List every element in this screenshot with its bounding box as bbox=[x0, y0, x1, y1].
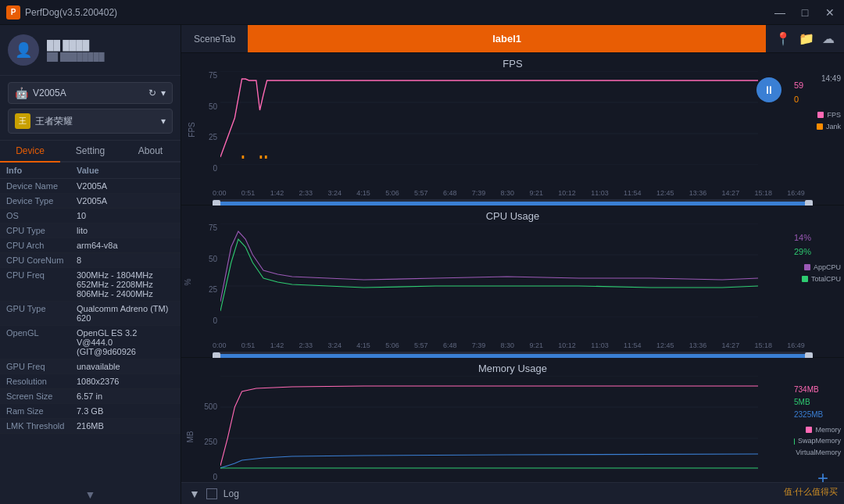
minimize-button[interactable]: — bbox=[772, 5, 788, 20]
device-section: 🤖 V2005A ↻ ▾ 王 王者荣耀 ▾ bbox=[0, 76, 181, 141]
scene-tab-bar: SceneTab label1 📍 📁 ☁ bbox=[181, 25, 844, 53]
cpu-value2: 29% bbox=[794, 245, 841, 259]
sidebar: 👤 ██ ████ ██ ████████ 🤖 V2005A ↻ ▾ 王 bbox=[0, 25, 181, 504]
window-controls: — □ ✕ bbox=[772, 5, 838, 20]
bottom-bar: ▼ Log bbox=[181, 482, 844, 504]
info-row: CPU Typelito bbox=[0, 223, 181, 238]
value-cell: arm64-v8a bbox=[77, 241, 174, 250]
value-cell: 10 bbox=[77, 211, 174, 220]
info-cell: Device Type bbox=[6, 196, 77, 206]
device-name: V2005A bbox=[33, 88, 66, 98]
value-cell: lito bbox=[77, 226, 174, 235]
cpu-values: 14% 29% AppCPU TotalCPU bbox=[794, 231, 841, 284]
cpu-y-axis: 7550250 bbox=[192, 223, 220, 325]
info-row: Ram Size7.3 GB bbox=[0, 404, 181, 419]
folder-icon[interactable]: 📁 bbox=[799, 31, 814, 46]
info-table: Info Value Device NameV2005ADevice TypeV… bbox=[0, 163, 181, 485]
info-cell: GPU Type bbox=[6, 304, 77, 313]
info-row: LMK Threshold216MB bbox=[0, 419, 181, 434]
cpu-chart-title: CPU Usage bbox=[181, 206, 844, 223]
svg-rect-6 bbox=[265, 155, 267, 159]
tab-device[interactable]: Device bbox=[0, 141, 60, 163]
info-cell: CPU Type bbox=[6, 226, 77, 235]
memory-chart: Memory Usage MB 5002500 bbox=[181, 358, 844, 482]
memory-value2: 5MB bbox=[794, 396, 841, 409]
tab-setting[interactable]: Setting bbox=[60, 141, 120, 163]
value-cell: 7.3 GB bbox=[77, 406, 174, 416]
value-cell: 8 bbox=[77, 256, 174, 265]
info-cell: Resolution bbox=[6, 377, 77, 386]
cpu-y-label: % bbox=[184, 279, 192, 286]
info-cell: OS bbox=[6, 211, 77, 220]
info-cell: LMK Threshold bbox=[6, 421, 77, 431]
fps-x-axis: 0:000:511:422:333:244:155:065:576:487:39… bbox=[213, 188, 805, 198]
sidebar-tabs: Device Setting About bbox=[0, 141, 181, 163]
device-select[interactable]: 🤖 V2005A ↻ ▾ bbox=[8, 82, 173, 104]
refresh-icon[interactable]: ↻ bbox=[148, 88, 156, 98]
info-table-header: Info Value bbox=[0, 163, 181, 179]
info-row: OpenGLOpenGL ES 3.2 V@444.0 (GIT@9d60926 bbox=[0, 326, 181, 359]
fps-chart-title: FPS bbox=[181, 53, 844, 71]
info-cell: Ram Size bbox=[6, 406, 77, 416]
fps-chart-svg bbox=[220, 71, 758, 165]
log-checkbox[interactable] bbox=[206, 488, 217, 499]
chevron-down-icon[interactable]: ▾ bbox=[161, 88, 166, 98]
value-cell: V2005A bbox=[77, 196, 174, 206]
fps-value2: 0 bbox=[794, 93, 841, 107]
fps-chart: FPS FPS 7550250 bbox=[181, 53, 844, 206]
profile-section: 👤 ██ ████ ██ ████████ bbox=[0, 25, 181, 76]
avatar: 👤 bbox=[8, 34, 39, 66]
value-cell: V2005A bbox=[77, 181, 174, 191]
cpu-value1: 14% bbox=[794, 231, 841, 245]
info-cell: GPU Freq bbox=[6, 362, 77, 371]
info-row: OS10 bbox=[0, 209, 181, 223]
cpu-chart: CPU Usage % 7550250 bbox=[181, 206, 844, 358]
profile-name: ██ ████ bbox=[47, 40, 105, 51]
cloud-icon[interactable]: ☁ bbox=[822, 31, 835, 46]
close-button[interactable]: ✕ bbox=[822, 5, 838, 20]
game-icon: 王 bbox=[15, 113, 30, 129]
info-row: GPU Frequnavailable bbox=[0, 359, 181, 374]
game-select[interactable]: 王 王者荣耀 ▾ bbox=[8, 109, 173, 134]
memory-chart-title: Memory Usage bbox=[181, 358, 844, 376]
value-cell: 216MB bbox=[77, 421, 174, 431]
watermark: 值·什么值得买 bbox=[784, 486, 838, 498]
info-cell: Device Name bbox=[6, 181, 77, 191]
location-icon[interactable]: 📍 bbox=[775, 31, 791, 46]
info-row: Resolution1080x2376 bbox=[0, 374, 181, 389]
right-panel: SceneTab label1 📍 📁 ☁ FPS FPS 7550250 bbox=[181, 25, 844, 504]
info-row: Screen Size6.57 in bbox=[0, 389, 181, 404]
tab-about[interactable]: About bbox=[120, 141, 181, 163]
value-cell: 6.57 in bbox=[77, 391, 174, 401]
memory-value3: 2325MB bbox=[794, 409, 841, 421]
game-name: 王者荣耀 bbox=[35, 115, 73, 128]
main-layout: 👤 ██ ████ ██ ████████ 🤖 V2005A ↻ ▾ 王 bbox=[0, 25, 844, 504]
info-row: Device TypeV2005A bbox=[0, 194, 181, 209]
profile-info: ██ ████ ██ ████████ bbox=[47, 40, 105, 61]
cpu-chart-svg bbox=[220, 223, 758, 317]
titlebar: P PerfDog(v3.5.200402) — □ ✕ bbox=[0, 0, 844, 25]
svg-rect-5 bbox=[259, 155, 262, 159]
info-cell: CPU Freq bbox=[6, 270, 77, 280]
value-cell: 1080x2376 bbox=[77, 377, 174, 386]
maximize-button[interactable]: □ bbox=[797, 5, 813, 20]
fps-time-right: 14:49 bbox=[821, 74, 841, 83]
pause-button[interactable]: ⏸ bbox=[756, 77, 781, 102]
cpu-legend: AppCPU TotalCPU bbox=[794, 262, 841, 284]
value-cell: OpenGL ES 3.2 V@444.0 (GIT@9d60926 bbox=[77, 328, 174, 356]
add-chart-button[interactable]: + bbox=[817, 467, 828, 482]
game-chevron-icon[interactable]: ▾ bbox=[161, 116, 166, 127]
android-icon: 🤖 bbox=[15, 87, 28, 99]
info-row: GPU TypeQualcomm Adreno (TM) 620 bbox=[0, 302, 181, 326]
svg-rect-4 bbox=[242, 155, 245, 159]
scroll-down-arrow[interactable]: ▼ bbox=[0, 485, 181, 504]
memory-values: 734MB 5MB 2325MB Memory SwapMemory Virtu… bbox=[794, 384, 841, 458]
memory-legend: Memory SwapMemory VirtualMemory bbox=[794, 424, 841, 458]
cpu-x-axis: 0:000:511:422:333:244:155:065:576:487:39… bbox=[213, 341, 805, 350]
memory-y-axis: 5002500 bbox=[192, 376, 220, 481]
scene-tab-active[interactable]: label1 bbox=[248, 25, 766, 52]
scene-tab-icons: 📍 📁 ☁ bbox=[766, 31, 844, 46]
memory-chart-svg bbox=[220, 376, 758, 470]
info-row: CPU CoreNum8 bbox=[0, 253, 181, 268]
log-icon[interactable]: ▼ bbox=[189, 488, 200, 500]
